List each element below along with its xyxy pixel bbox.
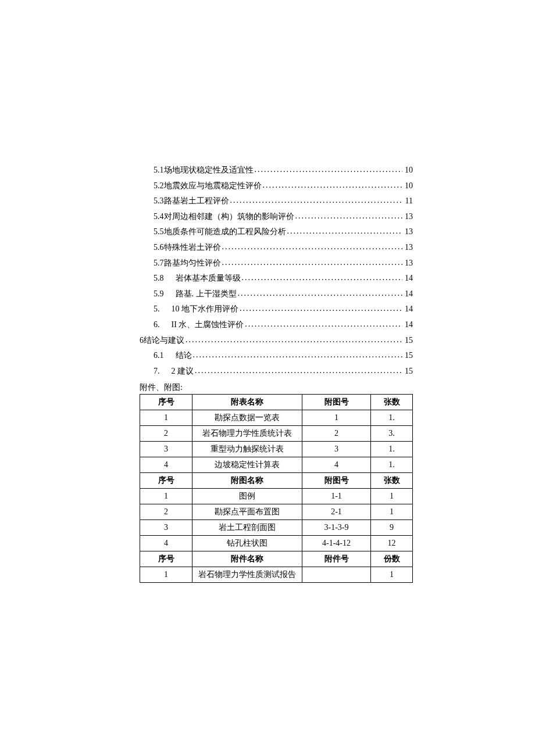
toc-entry: 5.3 路基岩土工程评价11 xyxy=(140,194,413,209)
toc-entry-number: 5.4 xyxy=(154,209,164,225)
table-cell: 1 xyxy=(140,489,192,504)
toc-entry-number: 5.8 xyxy=(154,271,164,286)
table-cell: 钻孔柱状图 xyxy=(192,536,302,551)
document-page: 5.1 场地现状稳定性及适宜性105.2 地震效应与地震稳定性评价105.3 路… xyxy=(0,0,535,756)
toc-entry-title: 结论 xyxy=(176,348,192,364)
toc-leader-dots xyxy=(262,178,404,194)
toc-entry-title: 地震效应与地震稳定性评价 xyxy=(164,178,262,194)
toc-entry-page: 10 xyxy=(404,178,413,194)
table-cell: 1 xyxy=(140,567,192,583)
toc-entry-number: 5.9 xyxy=(154,286,164,302)
table-cell: 2 xyxy=(302,426,371,442)
toc-entry-number: 5.6 xyxy=(154,240,164,256)
table-header-cell: 附件号 xyxy=(302,551,371,567)
toc-entry-title: 2 建议 xyxy=(172,364,194,379)
table-header-cell: 张数 xyxy=(371,395,413,410)
table-cell: 岩石物理力学性质统计表 xyxy=(192,426,302,442)
table-cell: 1 xyxy=(302,410,371,426)
toc-entry: 5.6 特殊性岩土评价13 xyxy=(140,240,413,256)
toc-entry-title: 场地现状稳定性及适宜性 xyxy=(164,163,254,178)
toc-entry-title: 路基岩土工程评价 xyxy=(164,194,229,209)
table-cell: 3 xyxy=(302,442,371,457)
table-cell: 图例 xyxy=(192,489,302,504)
toc-leader-dots xyxy=(229,193,404,209)
toc-entry-page: 15 xyxy=(404,348,413,364)
toc-leader-dots xyxy=(221,239,404,255)
table-header-row: 序号附表名称附图号张数 xyxy=(140,395,413,410)
table-cell: 边坡稳定性计算表 xyxy=(192,457,302,473)
table-row: 4钻孔柱状图4-1-4-1212 xyxy=(140,536,413,551)
toc-entry-page: 15 xyxy=(404,364,413,379)
toc-leader-dots xyxy=(244,317,404,332)
table-cell: 1 xyxy=(371,567,413,583)
table-cell: 岩石物理力学性质测试报告 xyxy=(192,567,302,583)
table-cell: 1. xyxy=(371,457,413,473)
attachments-caption: 附件、附图: xyxy=(140,382,413,393)
table-cell: 2 xyxy=(140,504,192,520)
table-cell: 2 xyxy=(140,426,192,442)
table-cell: 2-1 xyxy=(302,504,371,520)
table-header-cell: 序号 xyxy=(140,473,192,489)
table-row: 1图例1-11 xyxy=(140,489,413,504)
table-cell: 3 xyxy=(140,442,192,457)
table-row: 2岩石物理力学性质统计表23. xyxy=(140,426,413,442)
table-cell: 12 xyxy=(371,536,413,551)
toc-entry: 5.8岩体基本质量等级14 xyxy=(140,271,413,286)
toc-leader-dots xyxy=(192,347,404,363)
toc-entry-number: 7. xyxy=(154,364,160,379)
toc-entry-page: 14 xyxy=(404,317,413,333)
toc-entry-number: 5.3 xyxy=(154,194,164,209)
toc-entry-number: 5.1 xyxy=(154,163,164,178)
toc-entry: 5.10 地下水作用评价14 xyxy=(140,302,413,317)
table-cell: 4 xyxy=(140,457,192,473)
toc-entry-page: 11 xyxy=(404,194,413,209)
toc-leader-dots xyxy=(294,209,404,224)
table-header-cell: 附件名称 xyxy=(192,551,302,567)
toc-entry-page: 10 xyxy=(404,163,413,178)
toc-entry: 5.2 地震效应与地震稳定性评价10 xyxy=(140,178,413,194)
attachments-table: 序号附表名称附图号张数1勘探点数据一览表11.2岩石物理力学性质统计表23.3重… xyxy=(140,394,413,583)
table-row: 3岩土工程剖面图3-1-3-99 xyxy=(140,520,413,536)
toc-leader-dots xyxy=(254,162,404,178)
table-cell: 1. xyxy=(371,442,413,457)
table-header-cell: 附图号 xyxy=(302,473,371,489)
toc-entry: 5.4 对周边相邻建（构）筑物的影响评价13 xyxy=(140,209,413,225)
toc-entry-title: 结论与建议 xyxy=(144,333,184,349)
toc-entry-number: 6 xyxy=(140,333,144,349)
toc-entry: 5.5 地质条件可能造成的工程风险分析13 xyxy=(140,224,413,240)
table-row: 2勘探点平面布置图2-11 xyxy=(140,504,413,520)
toc-entry: 6.II 水、土腐蚀性评价14 xyxy=(140,317,413,333)
toc-entry-title: 对周边相邻建（构）筑物的影响评价 xyxy=(164,209,294,225)
table-of-contents: 5.1 场地现状稳定性及适宜性105.2 地震效应与地震稳定性评价105.3 路… xyxy=(140,163,413,379)
toc-entry: 6 结论与建议15 xyxy=(140,333,413,349)
toc-entry: 5.7 路基均匀性评价13 xyxy=(140,256,413,271)
toc-entry-page: 13 xyxy=(404,240,413,256)
toc-leader-dots xyxy=(238,301,404,317)
table-cell: 4 xyxy=(302,457,371,473)
toc-leader-dots xyxy=(194,363,404,379)
table-cell: 勘探点平面布置图 xyxy=(192,504,302,520)
toc-entry-number: 6.1 xyxy=(154,348,164,364)
toc-entry-title: 10 地下水作用评价 xyxy=(172,302,239,317)
toc-entry-number: 6. xyxy=(154,317,160,333)
table-cell: 1 xyxy=(371,504,413,520)
table-row: 4边坡稳定性计算表41. xyxy=(140,457,413,473)
toc-leader-dots xyxy=(221,255,404,271)
toc-entry-title: 路基. 上干湿类型 xyxy=(176,286,237,302)
toc-entry-title: 特殊性岩土评价 xyxy=(164,240,221,256)
toc-leader-dots xyxy=(286,224,404,239)
table-header-cell: 附图号 xyxy=(302,395,371,410)
toc-entry-number: 5. xyxy=(154,302,160,317)
toc-leader-dots xyxy=(184,332,404,348)
toc-entry-page: 15 xyxy=(404,333,413,349)
table-cell: 9 xyxy=(371,520,413,536)
table-cell: 3-1-3-9 xyxy=(302,520,371,536)
table-cell: 4-1-4-12 xyxy=(302,536,371,551)
table-row: 1岩石物理力学性质测试报告1 xyxy=(140,567,413,583)
toc-entry-number: 5.2 xyxy=(154,178,164,194)
toc-entry-page: 13 xyxy=(404,209,413,225)
toc-entry: 6.1结论15 xyxy=(140,348,413,364)
toc-entry-page: 13 xyxy=(404,256,413,271)
table-cell: 1 xyxy=(140,410,192,426)
toc-entry-page: 14 xyxy=(404,302,413,317)
